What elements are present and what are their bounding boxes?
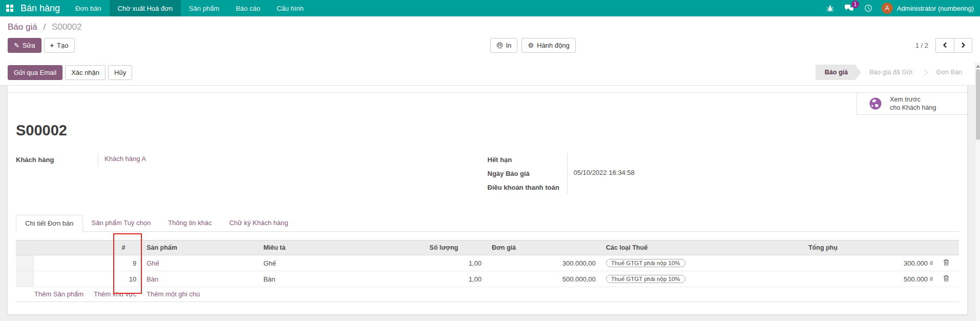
field-groups: Khách hàng Khách hàng A Hết hạn Ngày Báo… [16,153,959,194]
tab-san-pham-tuy-chon[interactable]: Sản phẩm Tuỳ chọn [83,215,160,232]
form-statusbar: Gửi qua Email Xác nhận Hủy Báo giá Báo g… [0,60,980,86]
unit-price-column-header: Đơn giá [487,240,601,255]
subtotal-column-header: Tổng phụ [803,240,938,255]
tab-chu-ky-khach-hang[interactable]: Chữ ký Khách hàng [220,215,297,232]
expiration-field-value [567,153,960,166]
quotation-date-field-value: 05/10/2022 16:34:58 [567,167,960,180]
tab-thong-tin-khac[interactable]: Thông tin khác [159,215,220,232]
action-button[interactable]: ⚙ Hành động [522,38,575,53]
stage-bao-gia[interactable]: Báo giá [816,65,861,80]
stage-label: Báo giá [825,69,848,76]
send-by-email-button[interactable]: Gửi qua Email [8,65,62,80]
taxes-column-header: Các loại Thuế [601,240,803,255]
nav-item-san-pham[interactable]: Sản phẩm [181,0,227,16]
delete-line-button[interactable] [943,275,949,282]
pager [935,38,972,53]
debug-menu-button[interactable] [821,0,839,16]
index-cell: 9 [117,255,142,271]
order-lines-table: # Sản phẩm Miêu tả Số lượng Đơn giá Các … [16,240,959,287]
notebook-tabs: Chi tiết Đơn bán Sản phẩm Tuỳ chọn Thông… [16,215,959,232]
scroll-up-arrow-icon[interactable] [976,65,980,68]
blank-cell [33,271,116,287]
order-line-links: Thêm Sản phẩm Thêm khu vực Thêm một ghi … [16,287,959,302]
blank-cell [33,255,116,271]
trash-icon [943,259,949,266]
product-link[interactable]: Bàn [147,275,158,283]
avatar: A [882,3,893,14]
create-button[interactable]: + Tạo [44,38,75,53]
pager-value: 1 / 2 [915,42,928,49]
stage-don-ban[interactable]: Đơn Bán [928,65,970,80]
send-by-email-label: Gửi qua Email [14,69,56,76]
pencil-icon: ✎ [14,42,19,49]
stage-bao-gia-da-gui[interactable]: Báo giá đã Gửi [861,65,921,80]
nav-item-cau-hinh[interactable]: Cấu hình [268,0,312,16]
unit-price-cell: 300.000,00 [487,255,601,271]
field-customer: Khách hàng Khách hàng A [16,153,488,167]
nav-item-don-ban[interactable]: Đơn bán [67,0,109,16]
stage-label: Báo giá đã Gửi [869,69,912,76]
customer-link[interactable]: Khách hàng A [105,155,146,163]
globe-icon [868,96,883,111]
cancel-button[interactable]: Hủy [108,65,132,80]
user-name: Administrator (numbering) [897,5,974,12]
bug-icon [826,5,834,12]
apps-grid-icon [6,5,13,12]
customer-preview-button[interactable]: Xem trước cho Khách hàng [857,92,967,115]
pager-prev-button[interactable] [935,38,954,53]
control-panel: Báo giá / S00002 ✎ Sửa + Tạo In [0,16,980,60]
nav-item-cho-xuat-hoa-don[interactable]: Chờ xuất Hoá đơn [110,0,181,16]
apps-menu-button[interactable] [0,0,18,16]
stage-label: Đơn Bán [936,69,962,76]
quotation-date-field-label: Ngày Báo giá [488,170,567,177]
product-column-header: Sản phẩm [141,240,258,255]
description-cell: Ghế [258,255,424,271]
cancel-label: Hủy [114,69,126,76]
breadcrumb-parent[interactable]: Báo giá [8,22,37,32]
breadcrumb-current: S00002 [52,22,82,32]
stage-separator-icon [921,69,928,76]
delete-column-header [938,240,959,255]
product-link[interactable]: Ghế [147,259,159,267]
vertical-scrollbar[interactable] [975,63,980,321]
form-sheet: Xem trước cho Khách hàng S00002 Khách hà… [7,86,968,315]
printer-icon [496,42,503,49]
handle-column-header [16,240,33,255]
content-area: Xem trước cho Khách hàng S00002 Khách hà… [0,86,980,315]
description-column-header: Miêu tả [258,240,424,255]
quantity-cell: 1,00 [424,255,487,271]
print-button[interactable]: In [490,38,518,53]
activities-clock-button[interactable] [859,0,878,16]
quantity-cell: 1,00 [424,271,487,287]
table-row[interactable]: 9 Ghế Ghế 1,00 300.000,00 Thuế GTGT phải… [16,255,959,271]
blank-column-header [33,240,116,255]
payment-terms-field-value [567,181,960,194]
chevron-right-icon [961,42,966,48]
app-brand[interactable]: Bán hàng [18,0,67,16]
scrollbar-thumb[interactable] [976,69,980,140]
row-drag-handle[interactable] [16,255,33,271]
row-drag-handle[interactable] [16,271,33,287]
table-header-row: # Sản phẩm Miêu tả Số lượng Đơn giá Các … [16,240,959,255]
field-payment-terms: Điều khoản thanh toán [488,180,960,194]
add-product-link[interactable]: Thêm Sản phẩm [34,290,84,298]
order-lines-table-wrap: # Sản phẩm Miêu tả Số lượng Đơn giá Các … [16,240,959,287]
user-menu[interactable]: A Administrator (numbering) [878,0,980,16]
add-note-link[interactable]: Thêm một ghi chú [147,290,200,298]
confirm-button[interactable]: Xác nhận [65,65,106,80]
pager-next-button[interactable] [954,38,972,53]
index-cell: 10 [117,271,142,287]
messages-button[interactable]: 1 [839,0,859,16]
trash-icon [943,275,949,282]
tab-chi-tiet-don-ban[interactable]: Chi tiết Đơn bán [16,215,83,232]
top-navbar: Bán hàng Đơn bán Chờ xuất Hoá đơn Sản ph… [0,0,980,16]
description-cell: Bàn [258,271,424,287]
field-expiration: Hết hạn [488,153,960,167]
breadcrumb-separator: / [43,22,46,32]
edit-button[interactable]: ✎ Sửa [8,38,41,53]
nav-item-bao-cao[interactable]: Báo cáo [227,0,268,16]
add-section-link[interactable]: Thêm khu vực [94,290,136,298]
action-button-label: Hành động [537,42,570,49]
delete-line-button[interactable] [943,259,949,266]
table-row[interactable]: 10 Bàn Bàn 1,00 500.000,00 Thuế GTGT phả… [16,271,959,287]
